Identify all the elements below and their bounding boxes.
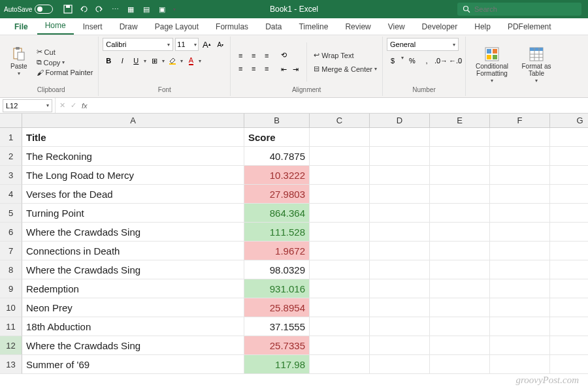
cell-F9[interactable] [490, 279, 550, 298]
cell-B4[interactable]: 27.9803 [244, 185, 310, 204]
cell-A10[interactable]: Neon Prey [22, 298, 244, 317]
row-head-11[interactable]: 11 [0, 317, 22, 336]
cut-button[interactable]: ✂Cut [35, 47, 95, 57]
tab-help[interactable]: Help [466, 19, 498, 35]
cell-E4[interactable] [430, 185, 490, 204]
orientation-button[interactable]: ⟲ [278, 49, 289, 61]
cell-A1[interactable]: Title [22, 128, 244, 147]
cell-C7[interactable] [310, 242, 370, 260]
align-right-button[interactable]: ≡ [261, 63, 272, 74]
cell-A8[interactable]: Where the Crawdads Sing [22, 260, 244, 279]
col-head-E[interactable]: E [430, 114, 490, 128]
cell-F3[interactable] [490, 166, 550, 185]
border-button[interactable]: ⊞ [148, 55, 160, 67]
cell-E12[interactable] [430, 336, 490, 355]
cell-F6[interactable] [490, 223, 550, 242]
cell-D2[interactable] [370, 147, 430, 166]
cell-A5[interactable]: Turning Point [22, 204, 244, 223]
cell-F13[interactable] [490, 355, 550, 374]
percent-button[interactable]: % [406, 55, 418, 67]
tab-timeline[interactable]: Timeline [291, 19, 336, 35]
cell-F11[interactable] [490, 317, 550, 336]
cell-G13[interactable] [550, 355, 588, 374]
cell-C3[interactable] [310, 166, 370, 185]
cell-F8[interactable] [490, 260, 550, 279]
fill-color-button[interactable] [167, 55, 178, 67]
cell-G1[interactable] [550, 128, 588, 147]
cell-C11[interactable] [310, 317, 370, 336]
italic-button[interactable]: I [116, 55, 128, 67]
tab-insert[interactable]: Insert [75, 19, 110, 35]
row-head-7[interactable]: 7 [0, 242, 22, 260]
qat-icon-4[interactable]: ▣ [157, 5, 167, 14]
row-head-10[interactable]: 10 [0, 298, 22, 317]
cell-D4[interactable] [370, 185, 430, 204]
row-head-13[interactable]: 13 [0, 355, 22, 374]
shrink-font-button[interactable]: A▾ [214, 39, 226, 50]
row-head-8[interactable]: 8 [0, 260, 22, 279]
cell-B5[interactable]: 864.364 [244, 204, 310, 223]
align-top-button[interactable]: ≡ [235, 50, 246, 61]
cell-A9[interactable]: Redemption [22, 279, 244, 298]
cell-D12[interactable] [370, 336, 430, 355]
redo-icon[interactable] [95, 5, 104, 14]
cell-G3[interactable] [550, 166, 588, 185]
cell-C10[interactable] [310, 298, 370, 317]
select-all-corner[interactable] [0, 114, 22, 128]
cell-B3[interactable]: 10.3222 [244, 166, 310, 185]
cell-D6[interactable] [370, 223, 430, 242]
row-head-12[interactable]: 12 [0, 336, 22, 355]
cell-E9[interactable] [430, 279, 490, 298]
tab-file[interactable]: File [7, 19, 36, 35]
tab-home[interactable]: Home [37, 18, 74, 35]
cell-A12[interactable]: Where the Crawdads Sing [22, 336, 244, 355]
cell-A6[interactable]: Where the Crawdads Sing [22, 223, 244, 242]
align-left-button[interactable]: ≡ [235, 63, 246, 74]
qat-icon-2[interactable]: ▦ [126, 5, 135, 14]
increase-indent-button[interactable]: ⇥ [289, 63, 301, 75]
merge-center-button[interactable]: ⊟Merge & Center▾ [312, 64, 378, 74]
cell-G7[interactable] [550, 242, 588, 260]
autosave-toggle[interactable]: AutoSave [4, 5, 53, 14]
align-center-button[interactable]: ≡ [248, 63, 259, 74]
align-bottom-button[interactable]: ≡ [261, 50, 272, 61]
cell-D9[interactable] [370, 279, 430, 298]
cell-D10[interactable] [370, 298, 430, 317]
cell-E13[interactable] [430, 355, 490, 374]
cell-E11[interactable] [430, 317, 490, 336]
row-head-6[interactable]: 6 [0, 223, 22, 242]
row-head-4[interactable]: 4 [0, 185, 22, 204]
accounting-button[interactable]: $ [387, 55, 399, 67]
cell-G2[interactable] [550, 147, 588, 166]
cell-B1[interactable]: Score [244, 128, 310, 147]
cell-E6[interactable] [430, 223, 490, 242]
col-head-C[interactable]: C [310, 114, 370, 128]
cell-A3[interactable]: The Long Road to Mercy [22, 166, 244, 185]
cell-D11[interactable] [370, 317, 430, 336]
cell-G9[interactable] [550, 279, 588, 298]
cell-C5[interactable] [310, 204, 370, 223]
col-head-B[interactable]: B [244, 114, 310, 128]
grow-font-button[interactable]: A▴ [201, 39, 212, 50]
cell-F4[interactable] [490, 185, 550, 204]
tab-formulas[interactable]: Formulas [208, 19, 256, 35]
cell-C13[interactable] [310, 355, 370, 374]
cell-B2[interactable]: 40.7875 [244, 147, 310, 166]
cell-F12[interactable] [490, 336, 550, 355]
row-head-5[interactable]: 5 [0, 204, 22, 223]
cell-C6[interactable] [310, 223, 370, 242]
cell-C4[interactable] [310, 185, 370, 204]
cell-D13[interactable] [370, 355, 430, 374]
cell-F7[interactable] [490, 242, 550, 260]
cell-F10[interactable] [490, 298, 550, 317]
col-head-G[interactable]: G [550, 114, 588, 128]
tab-review[interactable]: Review [337, 19, 378, 35]
tab-data[interactable]: Data [257, 19, 289, 35]
qat-dropdown-icon[interactable]: ▾ [173, 7, 176, 12]
cell-C1[interactable] [310, 128, 370, 147]
increase-decimal-button[interactable]: .0→ [435, 55, 447, 67]
format-as-table-button[interactable]: Format as Table▾ [517, 46, 556, 86]
cell-B8[interactable]: 98.0329 [244, 260, 310, 279]
undo-icon[interactable] [79, 5, 88, 14]
cell-B10[interactable]: 25.8954 [244, 298, 310, 317]
